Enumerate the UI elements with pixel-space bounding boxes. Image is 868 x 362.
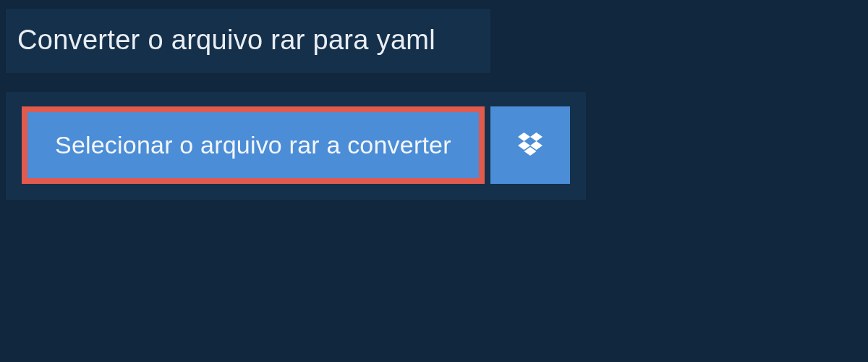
page-title: Converter o arquivo rar para yaml xyxy=(17,25,435,55)
converter-panel: Converter o arquivo rar para yaml Seleci… xyxy=(0,0,868,200)
action-panel: Selecionar o arquivo rar a converter xyxy=(6,92,586,200)
title-bar: Converter o arquivo rar para yaml xyxy=(6,9,490,73)
dropbox-icon xyxy=(516,132,545,159)
select-file-label: Selecionar o arquivo rar a converter xyxy=(55,131,451,159)
dropbox-button[interactable] xyxy=(490,106,570,184)
select-file-button[interactable]: Selecionar o arquivo rar a converter xyxy=(22,106,485,184)
